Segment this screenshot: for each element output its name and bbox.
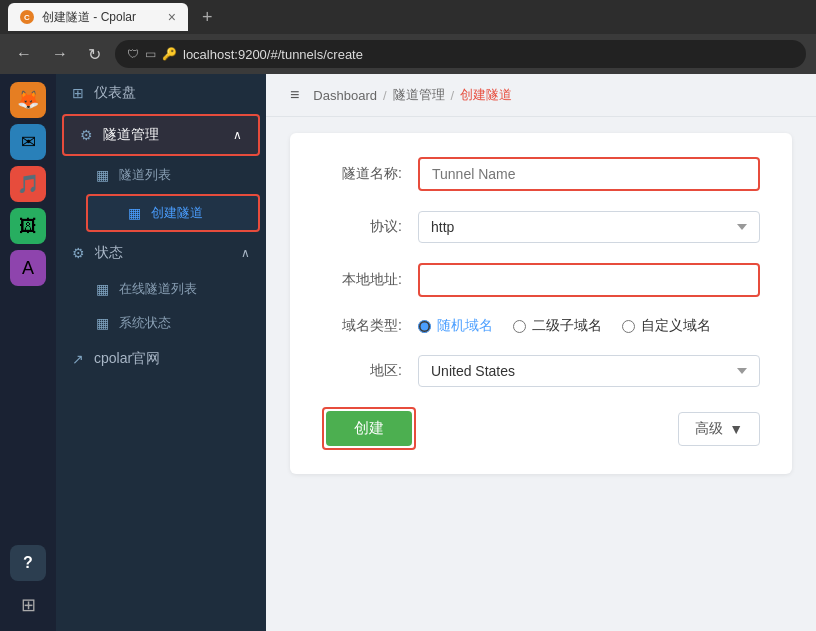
os-icon-apps[interactable]: A	[10, 250, 46, 286]
sidebar-dashboard-label: 仪表盘	[94, 84, 136, 102]
protocol-select[interactable]: http https tcp udp	[418, 211, 760, 243]
region-row: 地区: United States China Europe Asia	[322, 355, 760, 387]
region-select[interactable]: United States China Europe Asia	[418, 355, 760, 387]
lock-icon: 🔑	[162, 47, 177, 61]
address-text: localhost:9200/#/tunnels/create	[183, 47, 363, 62]
refresh-button[interactable]: ↻	[82, 41, 107, 68]
address-bar: ← → ↻ 🛡 ▭ 🔑 localhost:9200/#/tunnels/cre…	[0, 34, 816, 74]
radio-random-input[interactable]	[418, 320, 431, 333]
status-arrow: ∧	[241, 246, 250, 260]
advanced-label: 高级	[695, 420, 723, 438]
sidebar-item-tunnel-list[interactable]: ▦ 隧道列表	[56, 158, 266, 192]
domain-type-row: 域名类型: 随机域名 二级子域名 自定义域名	[322, 317, 760, 335]
sidebar-tunnel-mgmt-label: 隧道管理	[103, 126, 159, 144]
form-card: 隧道名称: 协议: http https tcp udp	[290, 133, 792, 474]
address-box[interactable]: 🛡 ▭ 🔑 localhost:9200/#/tunnels/create	[115, 40, 806, 68]
app-sidebar: ⊞ 仪表盘 ⚙ 隧道管理 ∧ ▦ 隧道列表 ▦ 创建隧道 ⚙ 状态 ∧ ▦ 在线…	[56, 74, 266, 631]
new-tab-button[interactable]: +	[196, 7, 219, 28]
sidebar-item-tunnel-mgmt[interactable]: ⚙ 隧道管理 ∧	[62, 114, 260, 156]
sidebar-tunnel-list-label: 隧道列表	[119, 166, 171, 184]
region-control: United States China Europe Asia	[418, 355, 760, 387]
radio-custom-input[interactable]	[622, 320, 635, 333]
browser-titlebar: C 创建隧道 - Cpolar × +	[0, 0, 816, 34]
radio-random-label: 随机域名	[437, 317, 493, 335]
domain-type-control: 随机域名 二级子域名 自定义域名	[418, 317, 760, 335]
breadcrumb-tunnel-mgmt[interactable]: 隧道管理	[393, 86, 445, 104]
advanced-arrow-icon: ▼	[729, 421, 743, 437]
sidebar-item-status[interactable]: ⚙ 状态 ∧	[56, 234, 266, 272]
breadcrumb-current: 创建隧道	[460, 86, 512, 104]
sidebar-online-tunnels-label: 在线隧道列表	[119, 280, 197, 298]
browser-tab[interactable]: C 创建隧道 - Cpolar ×	[8, 3, 188, 31]
tunnel-name-input[interactable]	[418, 157, 760, 191]
tab-title: 创建隧道 - Cpolar	[42, 9, 136, 26]
sidebar-cpolar-website-label: cpolar官网	[94, 350, 160, 368]
tunnel-name-label: 隧道名称:	[322, 165, 402, 183]
create-tunnel-icon: ▦	[128, 205, 141, 221]
protocol-control: http https tcp udp	[418, 211, 760, 243]
radio-random-domain[interactable]: 随机域名	[418, 317, 493, 335]
advanced-button[interactable]: 高级 ▼	[678, 412, 760, 446]
os-icon-mail[interactable]: ✉	[10, 124, 46, 160]
breadcrumb-sep-1: /	[383, 88, 387, 103]
breadcrumb: ≡ Dashboard / 隧道管理 / 创建隧道	[266, 74, 816, 117]
create-btn-wrapper: 创建	[322, 407, 416, 450]
tunnel-mgmt-arrow: ∧	[233, 128, 242, 142]
online-tunnels-icon: ▦	[96, 281, 109, 297]
status-icon: ⚙	[72, 245, 85, 261]
radio-sub-input[interactable]	[513, 320, 526, 333]
create-button[interactable]: 创建	[326, 411, 412, 446]
breadcrumb-sep-2: /	[451, 88, 455, 103]
region-label: 地区:	[322, 362, 402, 380]
menu-icon[interactable]: ≡	[290, 86, 299, 104]
dashboard-icon: ⊞	[72, 85, 84, 101]
radio-sub-label: 二级子域名	[532, 317, 602, 335]
sidebar-system-status-label: 系统状态	[119, 314, 171, 332]
main-content: ≡ Dashboard / 隧道管理 / 创建隧道 隧道名称: 协议: http	[266, 74, 816, 631]
system-status-icon: ▦	[96, 315, 109, 331]
radio-custom-domain[interactable]: 自定义域名	[622, 317, 711, 335]
os-icon-music[interactable]: 🎵	[10, 166, 46, 202]
tunnel-name-control	[418, 157, 760, 191]
radio-sub-domain[interactable]: 二级子域名	[513, 317, 602, 335]
local-addr-row: 本地地址: 80	[322, 263, 760, 297]
radio-custom-label: 自定义域名	[641, 317, 711, 335]
os-icon-firefox[interactable]: 🦊	[10, 82, 46, 118]
tunnel-name-row: 隧道名称:	[322, 157, 760, 191]
tab-close-button[interactable]: ×	[168, 10, 176, 24]
sidebar-item-create-tunnel[interactable]: ▦ 创建隧道	[86, 194, 260, 232]
sidebar-item-dashboard[interactable]: ⊞ 仪表盘	[56, 74, 266, 112]
protocol-row: 协议: http https tcp udp	[322, 211, 760, 243]
os-icon-grid[interactable]: ⊞	[10, 587, 46, 623]
breadcrumb-dashboard[interactable]: Dashboard	[313, 88, 377, 103]
tunnel-list-icon: ▦	[96, 167, 109, 183]
forward-button[interactable]: →	[46, 41, 74, 67]
os-icon-files[interactable]: 🖼	[10, 208, 46, 244]
back-button[interactable]: ←	[10, 41, 38, 67]
os-icon-help[interactable]: ?	[10, 545, 46, 581]
sidebar-create-tunnel-label: 创建隧道	[151, 204, 203, 222]
sidebar-item-cpolar-website[interactable]: ↗ cpolar官网	[56, 340, 266, 378]
sidebar-item-online-tunnels[interactable]: ▦ 在线隧道列表	[56, 272, 266, 306]
bottom-row: 创建 高级 ▼	[322, 407, 760, 450]
page-icon: ▭	[145, 47, 156, 61]
shield-icon: 🛡	[127, 47, 139, 61]
tab-favicon: C	[20, 10, 34, 24]
sidebar-item-system-status[interactable]: ▦ 系统状态	[56, 306, 266, 340]
cpolar-website-icon: ↗	[72, 351, 84, 367]
os-sidebar: 🦊 ✉ 🎵 🖼 A ? ⊞	[0, 74, 56, 631]
local-addr-control: 80	[418, 263, 760, 297]
local-addr-input[interactable]: 80	[418, 263, 760, 297]
protocol-label: 协议:	[322, 218, 402, 236]
domain-type-label: 域名类型:	[322, 317, 402, 335]
local-addr-label: 本地地址:	[322, 271, 402, 289]
sidebar-status-label: 状态	[95, 244, 123, 262]
app-layout: 🦊 ✉ 🎵 🖼 A ? ⊞ ⊞ 仪表盘 ⚙ 隧道管理 ∧ ▦ 隧道列表 ▦ 创建…	[0, 74, 816, 631]
tunnel-mgmt-icon: ⚙	[80, 127, 93, 143]
